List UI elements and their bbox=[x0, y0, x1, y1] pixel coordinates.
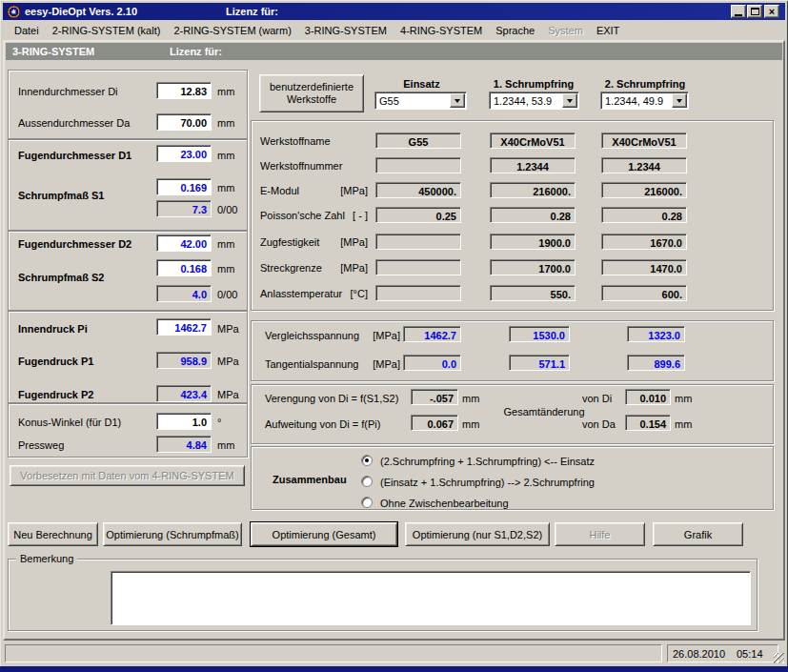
titlebar: eesy-DieOpt Vers. 2.10 Lizenz für: × bbox=[3, 3, 785, 20]
input-konus-winkel[interactable]: 1.0 bbox=[156, 413, 212, 430]
unit-streckgrenze: [MPa] bbox=[322, 262, 368, 275]
input-schrumpfmass-s1[interactable]: 0.169 bbox=[156, 178, 212, 195]
emodul-ring1: 216000. bbox=[490, 182, 576, 198]
label-fugendurchmesser-d1: Fugendurchmesser D1 bbox=[18, 150, 131, 162]
einsatz-material-select[interactable]: G55 bbox=[374, 92, 467, 110]
resize-grip[interactable] bbox=[774, 653, 784, 663]
menu-item-4ring[interactable]: 4-RING-SYSTEM bbox=[394, 22, 489, 39]
unit-di: mm bbox=[217, 86, 234, 98]
output-s2-permille: 4.0 bbox=[156, 285, 212, 302]
unit-gesamt-da: mm bbox=[675, 418, 692, 431]
unit-s1: mm bbox=[217, 182, 234, 194]
label-pressweg: Pressweg bbox=[18, 439, 64, 452]
column-header-schrumpfring2: 2. Schrumpfring bbox=[593, 78, 697, 91]
emodul-ring2: 216000. bbox=[601, 182, 687, 198]
input-fugendurchmesser-d2[interactable]: 42.00 bbox=[156, 234, 212, 252]
menu-item-2ring-kalt[interactable]: 2-RING-SYSTEM (kalt) bbox=[46, 22, 168, 39]
label-vergleichsspannung: Vergleichsspannung bbox=[265, 330, 359, 342]
group-cone: Konus-Winkel (für D1) 1.0 ° Pressweg 4.8… bbox=[8, 403, 248, 458]
statusbar-date: 26.08.2010 bbox=[673, 648, 725, 661]
maximize-icon bbox=[751, 8, 759, 15]
assembly-option3-label[interactable]: Ohne Zwischenbearbeitung bbox=[380, 498, 509, 510]
label-werkstoffnummer: Werkstoffnummer bbox=[260, 160, 342, 173]
preset-from-4ring-button: Vorbesetzen mit Daten vom 4-RING-SYSTEM bbox=[10, 465, 245, 486]
unit-emodul: [MPa] bbox=[322, 185, 368, 197]
label-fugendurchmesser-d2: Fugendurchmesser D2 bbox=[18, 238, 131, 251]
label-aussendurchmesser-da: Aussendurchmesser Da bbox=[18, 117, 130, 130]
maximize-button[interactable] bbox=[747, 5, 762, 18]
label-schrumpfmass-s1: Schrumpfmaß S1 bbox=[18, 190, 104, 202]
chevron-down-icon bbox=[567, 99, 573, 103]
output-pressweg: 4.84 bbox=[156, 436, 212, 453]
gesamt-di-value: 0.010 bbox=[625, 389, 671, 405]
ring1-material-select[interactable]: 1.2344, 53.9 bbox=[489, 92, 579, 110]
menu-item-sprache[interactable]: Sprache bbox=[489, 22, 541, 39]
verengung-value: -.057 bbox=[411, 389, 458, 405]
titlebar-license-label: Lizenz für: bbox=[226, 6, 278, 18]
unit-d2: mm bbox=[217, 238, 234, 251]
poisson-einsatz: 0.25 bbox=[375, 207, 461, 223]
menu-item-datei[interactable]: Datei bbox=[8, 22, 46, 39]
column-header-einsatz: Einsatz bbox=[376, 78, 467, 91]
assembly-radio-option3[interactable] bbox=[361, 497, 373, 508]
tangentialspannung-einsatz: 0.0 bbox=[403, 355, 461, 371]
minimize-button[interactable] bbox=[731, 5, 746, 18]
unit-konus-winkel: ° bbox=[217, 417, 221, 429]
app-window: eesy-DieOpt Vers. 2.10 Lizenz für: × Dat… bbox=[0, 0, 788, 672]
label-konus-winkel: Konus-Winkel (für D1) bbox=[18, 417, 121, 429]
group-d2-s2: Fugendurchmesser D2 42.00 mm 0.168 mm Sc… bbox=[8, 231, 248, 311]
input-innendruck-pi[interactable]: 1462.7 bbox=[156, 318, 212, 336]
input-fugendurchmesser-d1[interactable]: 23.00 bbox=[156, 145, 212, 162]
ring2-material-select[interactable]: 1.2344, 49.9 bbox=[600, 92, 689, 110]
label-schrumpfmass-s2: Schrumpfmaß S2 bbox=[18, 272, 104, 284]
werkstoffname-einsatz: G55 bbox=[375, 132, 461, 149]
unit-da: mm bbox=[217, 117, 234, 130]
label-von-di: von Di bbox=[582, 393, 612, 405]
werkstoffnummer-ring1: 1.2344 bbox=[490, 157, 576, 173]
anlasstemperatur-ring1: 550. bbox=[490, 285, 576, 301]
vergleichsspannung-ring1: 1530.0 bbox=[509, 326, 570, 342]
custom-materials-button-line2: Werkstoffe bbox=[287, 93, 336, 106]
streckgrenze-einsatz bbox=[375, 259, 461, 275]
close-icon: × bbox=[769, 7, 775, 16]
neu-berechnung-button[interactable]: Neu Berechnung bbox=[8, 522, 98, 546]
optimierung-schrumpfmass-button[interactable]: Optimierung (Schrumpfmaß) bbox=[103, 522, 242, 546]
grafik-button[interactable]: Grafik bbox=[653, 522, 743, 546]
streckgrenze-ring1: 1700.0 bbox=[490, 259, 576, 275]
menu-item-2ring-warm[interactable]: 2-RING-SYSTEM (warm) bbox=[167, 22, 297, 39]
menu-item-3ring[interactable]: 3-RING-SYSTEM bbox=[298, 22, 394, 39]
label-tangentialspannung: Tangentialspannung bbox=[265, 358, 358, 371]
label-zugfestigkeit: Zugfestigkeit bbox=[260, 236, 319, 249]
einsatz-dropdown-button[interactable] bbox=[450, 93, 465, 108]
ring1-material-value: 1.2344, 53.9 bbox=[490, 92, 561, 109]
bemerkung-label: Bemerkung bbox=[16, 553, 77, 564]
app-icon[interactable] bbox=[8, 6, 20, 18]
optimierung-gesamt-button[interactable]: Optimierung (Gesamt) bbox=[251, 522, 397, 546]
werkstoffname-ring1: X40CrMoV51 bbox=[490, 132, 576, 149]
unit-s2: mm bbox=[217, 263, 234, 275]
unit-verengung: mm bbox=[462, 393, 479, 405]
child-title: 3-RING-SYSTEM bbox=[12, 46, 94, 58]
input-aussendurchmesser-da[interactable]: 70.00 bbox=[156, 113, 212, 131]
streckgrenze-ring2: 1470.0 bbox=[601, 259, 687, 275]
unit-vergleichsspannung: [MPa] bbox=[366, 330, 400, 342]
statusbar-message-panel bbox=[5, 644, 662, 662]
assembly-option1-label[interactable]: (2.Schrumpfring + 1.Schrumpfring) <-- Ei… bbox=[380, 456, 595, 468]
bemerkung-textarea[interactable] bbox=[111, 571, 751, 625]
assembly-radio-option1[interactable] bbox=[361, 455, 373, 466]
ring2-dropdown-button[interactable] bbox=[672, 93, 687, 108]
input-schrumpfmass-s2[interactable]: 0.168 bbox=[156, 259, 212, 276]
ring1-dropdown-button[interactable] bbox=[562, 93, 577, 108]
hilfe-button: Hilfe bbox=[555, 522, 645, 546]
assembly-radio-option2[interactable] bbox=[361, 476, 373, 487]
menu-item-exit[interactable]: EXIT bbox=[590, 22, 626, 39]
custom-materials-button[interactable]: benutzerdefinierte Werkstoffe bbox=[259, 74, 364, 112]
input-innendurchmesser-di[interactable]: 12.83 bbox=[156, 82, 212, 99]
unit-pi: MPa bbox=[217, 323, 239, 336]
close-button[interactable]: × bbox=[764, 5, 779, 18]
label-von-da: von Da bbox=[582, 418, 616, 431]
aufweitung-value: 0.067 bbox=[411, 415, 458, 431]
poisson-ring1: 0.28 bbox=[490, 207, 576, 223]
optimierung-s1d2s2-button[interactable]: Optimierung (nur S1,D2,S2) bbox=[405, 522, 550, 546]
assembly-option2-label[interactable]: (Einsatz + 1.Schrumpfring) --> 2.Schrump… bbox=[380, 477, 595, 489]
